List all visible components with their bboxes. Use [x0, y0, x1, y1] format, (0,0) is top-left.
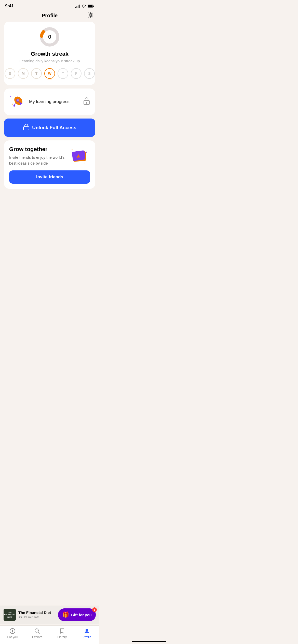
- svg-rect-5: [88, 5, 93, 7]
- grow-subtitle: Invite friends to enjoy the world's best…: [9, 155, 67, 166]
- day-thursday: T: [58, 68, 68, 79]
- unlock-full-access-button[interactable]: Unlock Full Access: [4, 119, 95, 137]
- day-wednesday: W: [44, 68, 55, 79]
- invite-friends-button[interactable]: Invite friends: [9, 170, 90, 184]
- day-monday: M: [18, 68, 29, 79]
- streak-subtitle: Learning daily keeps your streak up: [20, 59, 80, 63]
- rocket-icon: ✦ ✦ ✦: [9, 94, 25, 110]
- svg-text:✦: ✦: [10, 95, 12, 98]
- svg-point-7: [90, 14, 92, 16]
- settings-icon[interactable]: [87, 11, 94, 20]
- page-header: Profile: [0, 11, 99, 22]
- lock-icon: [83, 97, 90, 107]
- active-day-indicator: [47, 80, 52, 80]
- svg-text:✦: ✦: [84, 162, 86, 164]
- svg-point-31: [85, 157, 86, 158]
- svg-rect-2: [78, 5, 78, 8]
- grow-together-card: Grow together Invite friends to enjoy th…: [4, 140, 95, 189]
- learning-progress-card: ✦ ✦ ✦ My learning progress: [4, 89, 95, 115]
- grow-title: Grow together: [9, 146, 67, 153]
- ticket-icon: ✦ ✦ ✦ ★: [70, 146, 90, 166]
- svg-rect-6: [93, 6, 94, 7]
- day-tuesday: T: [31, 68, 42, 79]
- scroll-area: 0 Growth streak Learning daily keeps you…: [0, 22, 99, 223]
- status-time: 9:41: [5, 4, 14, 9]
- streak-card: 0 Growth streak Learning daily keeps you…: [4, 22, 95, 85]
- wifi-icon: [82, 5, 86, 8]
- status-icons: [75, 5, 94, 8]
- signal-icon: [75, 5, 80, 8]
- svg-text:0: 0: [48, 34, 51, 40]
- day-saturday: S: [84, 68, 95, 79]
- learning-progress-label: My learning progress: [29, 99, 70, 104]
- streak-title: Growth streak: [31, 51, 69, 57]
- unlock-button-label: Unlock Full Access: [32, 125, 76, 130]
- svg-point-30: [85, 155, 86, 156]
- unlock-icon: [23, 124, 30, 132]
- battery-icon: [88, 5, 94, 8]
- invite-button-label: Invite friends: [36, 174, 63, 180]
- svg-rect-3: [79, 5, 80, 8]
- page-title: Profile: [42, 13, 58, 19]
- svg-point-29: [85, 153, 86, 154]
- svg-text:✦: ✦: [71, 148, 73, 152]
- days-row: S M T W T F S: [5, 68, 95, 79]
- status-bar: 9:41: [0, 0, 99, 11]
- svg-rect-22: [23, 127, 29, 130]
- svg-text:✦: ✦: [12, 103, 13, 105]
- svg-point-18: [17, 99, 19, 101]
- day-friday: F: [71, 68, 82, 79]
- svg-marker-15: [13, 103, 16, 107]
- svg-text:★: ★: [76, 153, 81, 159]
- streak-donut-chart: 0: [39, 27, 60, 47]
- svg-rect-1: [77, 6, 77, 8]
- svg-rect-0: [75, 7, 76, 8]
- day-sunday: S: [5, 68, 15, 79]
